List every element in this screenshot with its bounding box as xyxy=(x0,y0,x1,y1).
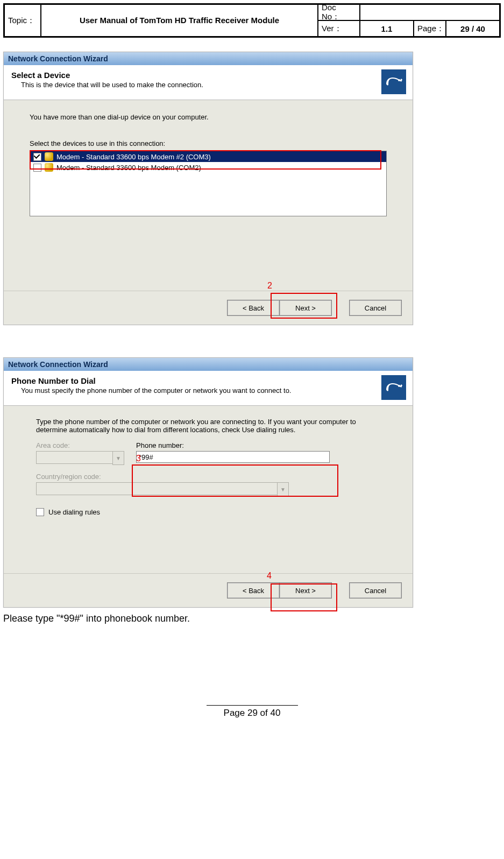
back-button[interactable]: < Back xyxy=(227,300,280,316)
device-icon xyxy=(381,69,406,94)
cancel-button[interactable]: Cancel xyxy=(349,582,402,599)
back-button[interactable]: < Back xyxy=(227,582,280,599)
wizard-head-title: Phone Number to Dial xyxy=(11,376,405,385)
svg-point-1 xyxy=(398,385,400,387)
checkbox-icon[interactable] xyxy=(33,164,41,172)
device-row-selected[interactable]: Modem - Standard 33600 bps Modem #2 (COM… xyxy=(30,151,386,162)
ver-label: Ver： xyxy=(318,20,360,37)
note-text: Please type "*99#" into phonebook number… xyxy=(3,613,501,624)
device-label-selected: Modem - Standard 33600 bps Modem #2 (COM… xyxy=(56,153,211,161)
area-code-label: Area code: xyxy=(36,441,124,449)
topic-label: Topic： xyxy=(4,4,41,37)
wizard-head-sub: You must specify the phone number of the… xyxy=(11,386,405,395)
wizard-window-2: Network Connection Wizard Phone Number t… xyxy=(3,357,413,608)
doc-header: Topic： User Manual of TomTom HD Traffic … xyxy=(3,3,501,38)
area-code-combo: ▼ xyxy=(36,451,124,465)
wizard-head-title: Select a Device xyxy=(11,71,405,80)
dropdown-arrow-icon: ▼ xyxy=(277,482,289,496)
next-button[interactable]: Next > xyxy=(279,582,332,599)
dropdown-arrow-icon: ▼ xyxy=(112,451,124,465)
wizard-body-text-1: You have more than one dial-up device on… xyxy=(30,113,387,121)
cancel-button[interactable]: Cancel xyxy=(349,300,402,316)
device-listbox[interactable]: Modem - Standard 33600 bps Modem #2 (COM… xyxy=(30,151,387,216)
page-footer: Page 29 of 40 xyxy=(3,705,501,719)
use-dialing-label: Use dialing rules xyxy=(48,508,100,516)
annotation-2-number: 2 xyxy=(267,281,272,291)
docno-label: Doc No： xyxy=(318,4,360,20)
wizard-footer: < Back Next > Cancel xyxy=(4,573,413,607)
wizard-head-sub: This is the device that will be used to … xyxy=(11,81,405,89)
annotation-4-number: 4 xyxy=(267,571,272,581)
page-value: 29 / 40 xyxy=(446,20,500,37)
wizard-body-text-1: Type the phone number of the computer or… xyxy=(36,418,380,434)
country-code-combo: ▼ xyxy=(36,482,289,496)
wizard-footer: < Back Next > Cancel xyxy=(4,291,413,325)
phone-number-label: Phone number: xyxy=(136,441,330,449)
screenshot-1: 1 Network Connection Wizard Select a Dev… xyxy=(3,38,413,325)
wizard-titlebar: Network Connection Wizard xyxy=(4,52,413,65)
use-dialing-checkbox[interactable] xyxy=(36,508,44,516)
annotation-3-number: 3 xyxy=(136,454,141,463)
country-code-label: Country/region code: xyxy=(36,473,289,481)
wizard-header: Phone Number to Dial You must specify th… xyxy=(4,371,413,406)
device-icon xyxy=(381,375,406,400)
wizard-titlebar: Network Connection Wizard xyxy=(4,358,413,371)
wizard-body-text-2: Select the devices to use in this connec… xyxy=(30,139,387,147)
docno-value xyxy=(360,4,500,20)
wizard-window-1: Network Connection Wizard Select a Devic… xyxy=(3,52,413,325)
checkbox-icon[interactable] xyxy=(33,153,41,161)
phone-number-input[interactable] xyxy=(136,451,330,463)
svg-point-0 xyxy=(398,79,400,81)
next-button[interactable]: Next > xyxy=(279,300,332,316)
modem-icon xyxy=(45,152,53,161)
modem-icon xyxy=(45,163,53,172)
screenshot-2: Network Connection Wizard Phone Number t… xyxy=(3,357,413,608)
page-label: Page： xyxy=(414,20,446,37)
page-number: Page 29 of 40 xyxy=(224,708,281,718)
ver-value: 1.1 xyxy=(360,20,414,37)
doc-title: User Manual of TomTom HD Traffic Receive… xyxy=(41,4,318,37)
wizard-header: Select a Device This is the device that … xyxy=(4,65,413,100)
device-label: Modem - Standard 33600 bps Modem (COM2) xyxy=(56,164,201,172)
device-row[interactable]: Modem - Standard 33600 bps Modem (COM2) xyxy=(30,162,386,173)
